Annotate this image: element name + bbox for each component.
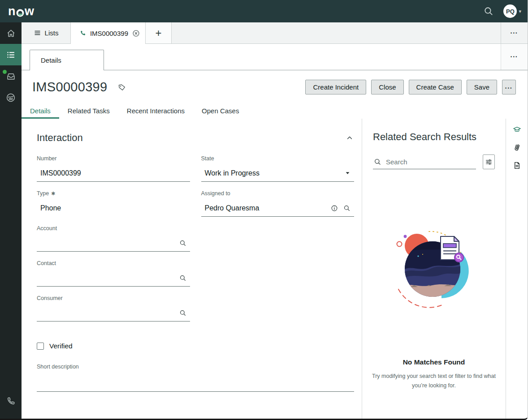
sidebar-item-phone[interactable] — [0, 390, 22, 411]
sidebar-item-analytics[interactable] — [0, 87, 22, 108]
field-label: Number — [37, 155, 190, 162]
field-label: Type ✱ — [37, 190, 190, 197]
attachments-button[interactable] — [510, 140, 524, 154]
logo-text-w: w — [25, 4, 35, 18]
field-type: Type ✱ Phone — [37, 190, 190, 217]
number-input[interactable]: IMS0000399 — [37, 165, 190, 182]
field-label: Consumer — [37, 295, 190, 301]
info-icon[interactable] — [331, 205, 338, 212]
search-icon — [484, 6, 493, 16]
state-select[interactable]: Work in Progress — [201, 165, 355, 182]
record-header: IMS0000399 Create Incident Close Create … — [22, 70, 528, 104]
app-window: n w PQ ▾ — [0, 0, 528, 420]
chevron-up-icon — [346, 134, 353, 141]
list-icon — [6, 50, 16, 60]
consumer-input[interactable] — [37, 304, 190, 321]
related-search-box — [373, 154, 476, 169]
sidebar-item-home[interactable] — [0, 22, 22, 44]
sidebar-item-inbox[interactable] — [0, 65, 22, 87]
section-title: Interaction — [37, 132, 83, 144]
type-value: Phone — [37, 200, 190, 217]
collapse-section-button[interactable] — [345, 133, 354, 142]
contact-input[interactable] — [37, 270, 190, 287]
field-label: Assigned to — [201, 190, 355, 197]
phone-icon — [80, 30, 86, 37]
create-incident-button[interactable]: Create Incident — [305, 80, 366, 94]
panel-title: Related Search Results — [373, 131, 495, 143]
field-state: State Work in Progress — [201, 155, 355, 182]
field-label: Contact — [37, 260, 190, 266]
reference-search-icon[interactable] — [179, 240, 186, 247]
tab-recent-interactions[interactable]: Recent Interactions — [118, 104, 193, 119]
global-search-button[interactable] — [481, 4, 496, 19]
tab-lists[interactable]: Lists — [22, 22, 71, 43]
field-label: Short description — [37, 364, 354, 370]
tab-related-tasks[interactable]: Related Tasks — [59, 104, 118, 119]
field-short-description: Short description — [37, 364, 354, 392]
record-more-button[interactable]: ••• — [502, 80, 516, 94]
verified-checkbox[interactable] — [37, 343, 44, 350]
knowledge-cap-icon — [513, 125, 521, 134]
tag-icon — [117, 82, 126, 91]
servicenow-logo: n w — [8, 4, 35, 18]
dropdown-caret-icon — [345, 170, 351, 176]
user-menu-button[interactable]: PQ ▾ — [503, 4, 521, 18]
knowledge-button[interactable] — [510, 122, 524, 137]
tab-bar: Lists IMS0000399 + — [22, 22, 528, 44]
interaction-form: Interaction Number IMS0000399 — [22, 119, 362, 419]
reference-search-icon[interactable] — [179, 309, 186, 317]
field-verified: Verified — [37, 342, 354, 350]
search-filter-button[interactable] — [483, 154, 495, 169]
short-description-input[interactable] — [37, 373, 354, 392]
ellipsis-icon: ••• — [511, 55, 518, 59]
create-case-button[interactable]: Create Case — [409, 80, 462, 94]
grid-spacer — [201, 295, 355, 321]
reference-search-icon[interactable] — [179, 274, 186, 282]
tab-bar-more-button[interactable]: ••• — [501, 22, 528, 43]
page-title: IMS0000399 — [32, 80, 107, 94]
avatar: PQ — [503, 4, 517, 18]
tab-record-active[interactable]: IMS0000399 — [71, 22, 146, 44]
chevron-down-icon: ▾ — [519, 9, 521, 14]
tag-button[interactable] — [118, 83, 126, 91]
reference-search-icon[interactable] — [343, 205, 351, 212]
related-search-input[interactable] — [386, 158, 475, 166]
field-label: Account — [37, 225, 190, 231]
field-assigned-to: Assigned to Pedro Quaresma — [201, 190, 355, 217]
phone-icon — [6, 396, 16, 406]
sidebar-item-lists[interactable] — [0, 44, 22, 65]
workspace-tab-label: Details — [41, 56, 61, 64]
tab-record-label: IMS0000399 — [90, 30, 128, 37]
tab-bar-filler — [172, 22, 501, 43]
new-tab-button[interactable]: + — [146, 22, 172, 43]
home-icon — [6, 29, 16, 38]
tab-lists-label: Lists — [45, 29, 59, 37]
unread-dot-badge — [3, 70, 7, 74]
grid-spacer — [201, 225, 355, 252]
field-number: Number IMS0000399 — [37, 155, 190, 182]
lists-menu-icon — [34, 29, 41, 37]
tab-close-button[interactable] — [132, 30, 140, 37]
details-doc-button[interactable] — [510, 158, 524, 172]
utility-rail — [506, 119, 528, 419]
ellipsis-icon: ••• — [511, 31, 518, 35]
search-icon — [374, 158, 381, 166]
assigned-to-input[interactable]: Pedro Quaresma — [201, 200, 355, 217]
close-button[interactable]: Close — [371, 80, 403, 94]
tab-open-cases[interactable]: Open Cases — [193, 104, 247, 119]
required-marker: ✱ — [51, 191, 55, 197]
save-button[interactable]: Save — [467, 80, 497, 94]
filter-sliders-icon — [485, 158, 493, 166]
tab-details[interactable]: Details — [22, 104, 59, 119]
close-circle-icon — [132, 30, 140, 37]
workspace-more-button[interactable]: ••• — [501, 44, 528, 70]
account-input[interactable] — [37, 235, 190, 252]
workspace-strip: Details ••• — [22, 44, 528, 70]
field-account: Account — [37, 225, 190, 252]
verified-label: Verified — [49, 342, 73, 350]
attachment-paperclip-icon — [512, 142, 523, 153]
record-tabs: Details Related Tasks Recent Interaction… — [22, 104, 528, 119]
logo-text-n: n — [8, 4, 16, 18]
workspace-tab-details[interactable]: Details — [30, 50, 104, 70]
no-results-illustration — [391, 227, 476, 308]
